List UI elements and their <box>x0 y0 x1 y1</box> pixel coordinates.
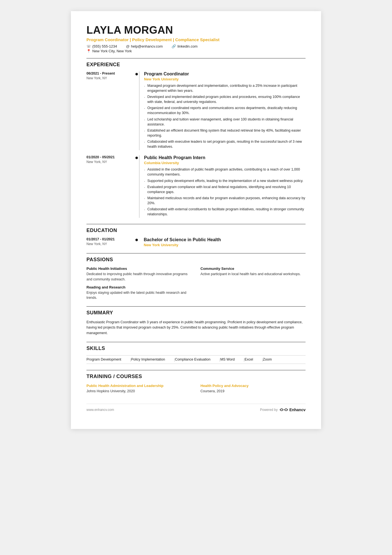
edu-1: 01/2017 - 01/2021 New York, NY Bachelor … <box>86 237 306 247</box>
job-2: 01/2020 - 05/2021 New York, NY Public He… <box>86 155 306 218</box>
job-1-bullet-4: Led scholarship and tuition waiver manag… <box>144 117 306 127</box>
phone-contact: ☏ (555) 555-1234 <box>86 44 117 48</box>
link-icon: 🔗 <box>172 44 176 48</box>
job-1-location: New York, NY <box>86 76 131 80</box>
candidate-name: LAYLA MORGAN <box>86 24 306 36</box>
edu-1-date-col: 01/2017 - 01/2021 New York, NY <box>86 237 134 247</box>
location-icon: 📍 <box>86 49 91 53</box>
summary-section: SUMMARY Enthusiastic Program Coordinator… <box>86 310 306 336</box>
job-2-bullet-5: Collaborated with external constituents … <box>144 207 306 217</box>
email-icon: @ <box>126 44 130 48</box>
header-divider <box>86 58 306 58</box>
passion-1-name: Public Health Initiatives <box>86 267 192 271</box>
job-2-bullets: Assisted in the coordination of public h… <box>144 167 306 217</box>
job-2-bullet-1: Assisted in the coordination of public h… <box>144 167 306 177</box>
skill-3: Compliance Evaluation <box>175 356 215 364</box>
skills-divider <box>86 342 306 342</box>
edu-1-date: 01/2017 - 01/2021 <box>86 237 131 241</box>
summary-section-title: SUMMARY <box>86 310 306 316</box>
passion-2: Community Service Active participant in … <box>200 267 306 282</box>
phone-number: (555) 555-1234 <box>92 44 117 48</box>
edu-1-content: Bachelor of Science in Public Health New… <box>139 237 306 247</box>
job-2-dot-col <box>134 155 139 218</box>
job-1: 06/2021 - Present New York, NY Program C… <box>86 71 306 151</box>
phone-icon: ☏ <box>86 44 91 48</box>
job-2-company: Columbia University <box>144 161 306 165</box>
job-2-bullet-4: Maintained meticulous records and data f… <box>144 196 306 206</box>
skill-5: Excel <box>245 356 258 364</box>
enhancv-logo-icon <box>279 407 288 412</box>
edu-1-dot-col <box>134 237 139 247</box>
training-2: Health Policy and Advocacy Coursera, 201… <box>200 383 306 393</box>
training-2-org: Coursera, 2019 <box>200 389 306 393</box>
candidate-title: Program Coordinator | Policy Development… <box>86 37 306 42</box>
experience-section-title: EXPERIENCE <box>86 62 306 68</box>
job-1-bullet-6: Collaborated with executive leaders to s… <box>144 139 306 149</box>
skill-6: Zoom <box>263 356 276 364</box>
header-contacts: ☏ (555) 555-1234 @ help@enhancv.com 🔗 li… <box>86 44 306 53</box>
job-1-bullet-5: Established an efficient document filing… <box>144 128 306 138</box>
passion-1-desc: Dedicated to improving public health thr… <box>86 272 192 282</box>
passion-2-name: Community Service <box>200 267 306 271</box>
passion-3-desc: Enjoys staying updated with the latest p… <box>86 290 192 300</box>
contact-row-2: 📍 New York City, New York <box>86 49 306 53</box>
job-1-date: 06/2021 - Present <box>86 71 131 75</box>
skill-2: Policy Implementation <box>131 356 169 364</box>
skill-1: Program Development <box>86 356 126 364</box>
job-2-date: 01/2020 - 05/2021 <box>86 155 131 159</box>
passions-grid: Public Health Initiatives Dedicated to i… <box>86 267 306 300</box>
job-1-bullets: Managed program development and implemen… <box>144 83 306 149</box>
job-2-dot <box>135 157 138 159</box>
job-1-bullet-2: Developed and implemented detailed progr… <box>144 94 306 104</box>
job-2-location: New York, NY <box>86 160 131 164</box>
training-1: Public Health Administration and Leaders… <box>86 383 192 393</box>
education-section: EDUCATION 01/2017 - 01/2021 New York, NY… <box>86 228 306 247</box>
education-section-title: EDUCATION <box>86 228 306 233</box>
contact-row-1: ☏ (555) 555-1234 @ help@enhancv.com 🔗 li… <box>86 44 306 48</box>
edu-1-school: New York University <box>144 243 306 247</box>
location-text: New York City, New York <box>92 49 132 53</box>
job-1-dot <box>135 73 138 75</box>
training-2-name: Health Policy and Advocacy <box>200 383 306 388</box>
training-divider <box>86 370 306 370</box>
job-1-bullet-3: Organized and coordinated reports and co… <box>144 105 306 115</box>
education-divider <box>86 224 306 224</box>
training-1-name: Public Health Administration and Leaders… <box>86 383 192 388</box>
job-2-bullet-3: Evaluated program compliance with local … <box>144 184 306 194</box>
powered-by-text: Powered by <box>260 408 277 412</box>
training-1-org: Johns Hopkins University, 2020 <box>86 389 192 393</box>
edu-1-degree: Bachelor of Science in Public Health <box>144 237 306 242</box>
skills-list: Program Development | Policy Implementat… <box>86 355 306 364</box>
summary-text: Enthusiastic Program Coordinator with 3 … <box>86 320 306 336</box>
linkedin-url: linkedin.com <box>177 44 197 48</box>
location-contact: 📍 New York City, New York <box>86 49 132 53</box>
passions-divider <box>86 253 306 253</box>
resume-page: LAYLA MORGAN Program Coordinator | Polic… <box>71 11 321 429</box>
job-1-title: Program Coordinator <box>144 71 306 77</box>
job-1-bullet-1: Managed program development and implemen… <box>144 83 306 93</box>
passions-section-title: PASSIONS <box>86 257 306 263</box>
enhancv-brand-name: Enhancv <box>289 408 306 412</box>
skills-section: SKILLS Program Development | Policy Impl… <box>86 346 306 364</box>
edu-1-location: New York, NY <box>86 242 131 246</box>
training-section-title: TRAINING / COURSES <box>86 374 306 379</box>
job-1-content: Program Coordinator New York University … <box>139 71 306 151</box>
linkedin-contact: 🔗 linkedin.com <box>172 44 197 48</box>
enhancv-logo: Enhancv <box>279 407 306 412</box>
training-section: TRAINING / COURSES Public Health Adminis… <box>86 374 306 393</box>
passion-3-name: Reading and Research <box>86 285 192 289</box>
passions-section: PASSIONS Public Health Initiatives Dedic… <box>86 257 306 300</box>
job-2-date-col: 01/2020 - 05/2021 New York, NY <box>86 155 134 218</box>
skills-section-title: SKILLS <box>86 346 306 351</box>
training-grid: Public Health Administration and Leaders… <box>86 383 306 393</box>
edu-1-dot <box>135 239 138 241</box>
job-2-title: Public Health Program Intern <box>144 155 306 160</box>
email-contact: @ help@enhancv.com <box>126 44 163 48</box>
job-2-content: Public Health Program Intern Columbia Un… <box>139 155 306 218</box>
skill-4: MS Word <box>220 356 239 364</box>
footer-powered-by: Powered by Enhancv <box>260 407 306 412</box>
job-1-company: New York University <box>144 77 306 81</box>
job-1-dot-col <box>134 71 139 151</box>
summary-divider <box>86 306 306 307</box>
passion-3: Reading and Research Enjoys staying upda… <box>86 285 192 300</box>
